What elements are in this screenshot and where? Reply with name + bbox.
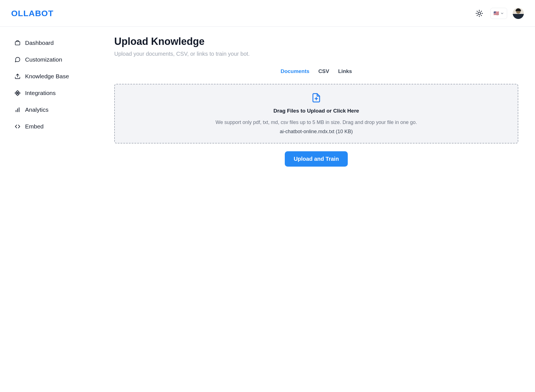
tab-documents[interactable]: Documents: [280, 67, 310, 76]
avatar[interactable]: [513, 8, 524, 19]
svg-line-3: [477, 11, 478, 11]
svg-point-0: [478, 12, 480, 14]
tab-links[interactable]: Links: [337, 67, 352, 76]
sidebar-item-label: Integrations: [25, 90, 56, 96]
tab-csv[interactable]: CSV: [318, 67, 330, 76]
svg-rect-12: [15, 92, 17, 94]
svg-line-8: [481, 11, 482, 11]
dropzone-title: Drag Files to Upload or Click Here: [120, 108, 512, 114]
tabs: Documents CSV Links: [114, 67, 518, 76]
chevron-down-icon: [500, 11, 504, 15]
header-right: 🇺🇸: [474, 8, 524, 19]
page-subtitle: Upload your documents, CSV, or links to …: [114, 51, 518, 57]
sidebar-item-label: Embed: [25, 123, 44, 130]
main: Upload Knowledge Upload your documents, …: [98, 27, 535, 392]
code-icon: [14, 123, 21, 130]
language-selector[interactable]: 🇺🇸: [490, 8, 507, 19]
header: OLLABOT 🇺🇸: [0, 0, 535, 27]
sidebar-item-integrations[interactable]: Integrations: [11, 86, 91, 100]
svg-rect-14: [16, 94, 19, 96]
dropzone-file: ai-chatbot-online.mdx.txt (10 KB): [120, 129, 512, 135]
logo[interactable]: OLLABOT: [11, 9, 54, 18]
sidebar-item-label: Customization: [25, 56, 62, 63]
flag-icon: 🇺🇸: [493, 11, 499, 16]
sidebar-item-label: Dashboard: [25, 40, 54, 46]
upload-icon: [14, 73, 21, 79]
svg-line-7: [477, 15, 478, 16]
sidebar-item-embed[interactable]: Embed: [11, 119, 91, 134]
page-title: Upload Knowledge: [114, 36, 518, 47]
sidebar-item-dashboard[interactable]: Dashboard: [11, 36, 91, 50]
file-plus-icon: [311, 93, 321, 103]
action-row: Upload and Train: [114, 151, 518, 167]
sidebar-item-analytics[interactable]: Analytics: [11, 103, 91, 117]
svg-rect-11: [16, 91, 19, 93]
upload-and-train-button[interactable]: Upload and Train: [285, 151, 348, 167]
sidebar-item-label: Knowledge Base: [25, 73, 69, 80]
chatbubble-icon: [14, 57, 21, 63]
sidebar-item-customization[interactable]: Customization: [11, 52, 91, 67]
svg-rect-9: [15, 42, 20, 45]
svg-line-4: [481, 15, 482, 16]
sidebar-item-label: Analytics: [25, 106, 48, 113]
sidebar: Dashboard Customization Knowledge Base: [0, 27, 98, 392]
briefcase-icon: [14, 40, 21, 46]
dropzone-drag-text: Drag Files to Upload or: [273, 108, 332, 114]
dropzone-click-text: Click Here: [333, 108, 359, 114]
dropzone[interactable]: Drag Files to Upload or Click Here We su…: [114, 84, 518, 143]
chart-icon: [14, 107, 21, 113]
sidebar-item-knowledge-base[interactable]: Knowledge Base: [11, 69, 91, 84]
dropzone-hint: We support only pdf, txt, md, csv files …: [120, 120, 512, 125]
theme-toggle[interactable]: [474, 8, 485, 19]
layout: Dashboard Customization Knowledge Base: [0, 27, 535, 392]
sun-icon: [475, 9, 483, 17]
svg-rect-13: [18, 92, 20, 94]
blocks-icon: [14, 90, 21, 96]
